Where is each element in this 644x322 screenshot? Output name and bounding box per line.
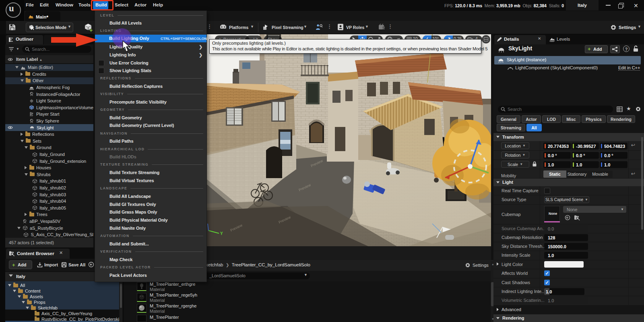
svg-text:Y: Y (220, 231, 223, 236)
svg-text:+: + (89, 27, 93, 33)
